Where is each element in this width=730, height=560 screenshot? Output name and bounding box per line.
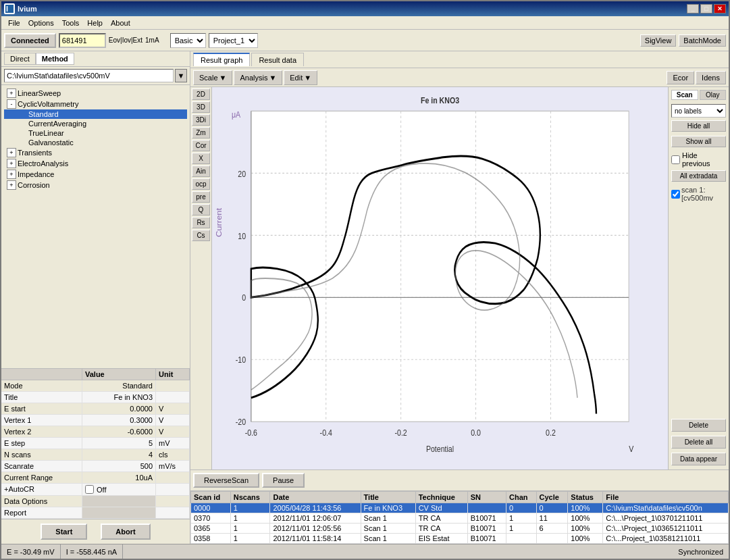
hide-all-button[interactable]: Hide all bbox=[671, 120, 726, 132]
tab-result-graph[interactable]: Result graph bbox=[193, 53, 250, 66]
tree-item-impedance[interactable]: + Impedance bbox=[4, 169, 187, 180]
data-appear-button[interactable]: Data appear bbox=[671, 453, 726, 465]
batchmode-button[interactable]: BatchMode bbox=[679, 34, 726, 47]
reversescan-button[interactable]: ReverseScan bbox=[193, 473, 259, 488]
btn-rs[interactable]: Rs bbox=[192, 217, 210, 228]
btn-zm[interactable]: Zm bbox=[192, 127, 210, 138]
tab-scan[interactable]: Scan bbox=[671, 90, 698, 100]
main-window: I Ivium _ □ ✕ File Options Tools Help Ab… bbox=[0, 0, 730, 560]
svg-text:Potential: Potential bbox=[426, 444, 454, 454]
project-select[interactable]: Project_1 bbox=[209, 33, 258, 48]
param-autocr[interactable]: +AutoCR Off bbox=[1, 484, 190, 496]
analysis-button[interactable]: Analysis ▼ bbox=[234, 70, 282, 85]
svg-text:Fe in KNO3: Fe in KNO3 bbox=[421, 95, 459, 105]
labels-dropdown[interactable]: no labels bbox=[671, 104, 726, 118]
btn-2d[interactable]: 2D bbox=[192, 88, 210, 100]
scale-button[interactable]: Scale ▼ bbox=[193, 70, 232, 85]
btn-ain[interactable]: Ain bbox=[192, 166, 210, 177]
start-button[interactable]: Start bbox=[41, 524, 87, 540]
param-scanrate[interactable]: Scanrate 500 mV/s bbox=[1, 461, 190, 472]
param-title[interactable]: Title Fe in KNO3 bbox=[1, 392, 190, 403]
abort-button[interactable]: Abort bbox=[101, 524, 150, 540]
eov-label: Eov|Iov|Ext bbox=[109, 36, 142, 44]
tab-olay[interactable]: Olay bbox=[700, 90, 727, 100]
scan-olay-tabs: Scan Olay bbox=[671, 90, 726, 100]
bottom-section: ReverseScan Pause Scan id Nscans Date Ti… bbox=[190, 469, 729, 544]
svg-text:0.2: 0.2 bbox=[546, 428, 556, 438]
chart-area[interactable]: Fe in KNO3 Current μA Potential V 20 10 bbox=[212, 87, 668, 469]
param-report[interactable]: Report bbox=[1, 507, 190, 519]
minimize-button[interactable]: _ bbox=[687, 4, 699, 14]
autocr-checkbox[interactable] bbox=[85, 485, 94, 494]
tree-item-linearsweep[interactable]: + LinearSweep bbox=[4, 88, 187, 99]
basic-select[interactable]: Basic bbox=[170, 33, 206, 48]
hide-previous-row: Hide previous bbox=[671, 151, 726, 168]
tab-method[interactable]: Method bbox=[36, 53, 74, 65]
btn-3di[interactable]: 3Di bbox=[192, 114, 210, 126]
all-extradata-button[interactable]: All extradata bbox=[671, 170, 726, 182]
svg-text:0: 0 bbox=[242, 292, 246, 303]
param-estep[interactable]: E step 5 mV bbox=[1, 438, 190, 449]
btn-cor[interactable]: Cor bbox=[192, 140, 210, 151]
param-currentrange[interactable]: Current Range 10uA bbox=[1, 472, 190, 484]
menu-options[interactable]: Options bbox=[24, 18, 58, 28]
tree-item-transients[interactable]: + Transients bbox=[4, 147, 187, 158]
param-estart[interactable]: E start 0.0000 V bbox=[1, 403, 190, 415]
param-dataoptions[interactable]: Data Options bbox=[1, 496, 190, 507]
btn-q[interactable]: Q bbox=[192, 204, 210, 215]
svg-text:-0.6: -0.6 bbox=[245, 428, 258, 438]
ecor-button[interactable]: Ecor bbox=[667, 71, 694, 84]
table-row[interactable]: 0365 1 2012/11/01 12:05:56 Scan 1 TR CA … bbox=[191, 524, 729, 534]
tree-item-galvanostatic[interactable]: Galvanostatic bbox=[4, 138, 187, 147]
hide-previous-checkbox[interactable] bbox=[671, 155, 680, 164]
expand-cyclicvoltammetry[interactable]: - bbox=[7, 99, 16, 109]
tree-item-electroanalysis[interactable]: + ElectroAnalysis bbox=[4, 158, 187, 169]
btn-ocp[interactable]: ocp bbox=[192, 178, 210, 190]
btn-3d[interactable]: 3D bbox=[192, 101, 210, 113]
delete-all-button[interactable]: Delete all bbox=[671, 436, 726, 449]
file-path-dropdown[interactable]: ▼ bbox=[175, 69, 187, 82]
tree-item-corrosion[interactable]: + Corrosion bbox=[4, 180, 187, 190]
menu-file[interactable]: File bbox=[4, 18, 24, 28]
tab-direct[interactable]: Direct bbox=[4, 53, 36, 65]
idens-button[interactable]: Idens bbox=[696, 71, 726, 84]
menu-bar: File Options Tools Help About bbox=[1, 16, 729, 30]
svg-text:0.0: 0.0 bbox=[471, 428, 481, 438]
scan1-checkbox[interactable] bbox=[671, 190, 680, 199]
param-vertex1[interactable]: Vertex 1 0.3000 V bbox=[1, 415, 190, 426]
expand-electroanalysis[interactable]: + bbox=[7, 159, 16, 168]
tree-item-currentaveraging[interactable]: CurrentAveraging bbox=[4, 119, 187, 128]
show-all-button[interactable]: Show all bbox=[671, 136, 726, 147]
param-nscans[interactable]: N scans 4 cls bbox=[1, 449, 190, 461]
connected-button[interactable]: Connected bbox=[4, 33, 56, 48]
table-row[interactable]: 0358 1 2012/11/01 11:58:14 Scan 1 EIS Es… bbox=[191, 534, 729, 544]
col-scanid: Scan id bbox=[191, 492, 231, 503]
maximize-button[interactable]: □ bbox=[700, 4, 712, 14]
btn-pre[interactable]: pre bbox=[192, 191, 210, 203]
col-sn: SN bbox=[467, 492, 506, 503]
table-row[interactable]: 0370 1 2012/11/01 12:06:07 Scan 1 TR CA … bbox=[191, 513, 729, 524]
expand-linearsweep[interactable]: + bbox=[7, 88, 16, 98]
pause-button[interactable]: Pause bbox=[262, 473, 305, 488]
btn-x[interactable]: X bbox=[192, 153, 210, 164]
tree-item-standard[interactable]: Standard bbox=[4, 109, 187, 119]
sigview-button[interactable]: SigView bbox=[640, 34, 677, 47]
expand-corrosion[interactable]: + bbox=[7, 180, 16, 190]
edit-button[interactable]: Edit ▼ bbox=[284, 70, 317, 85]
close-button[interactable]: ✕ bbox=[714, 4, 726, 14]
expand-impedance[interactable]: + bbox=[7, 170, 16, 179]
param-mode[interactable]: Mode Standard bbox=[1, 380, 190, 392]
file-path-input[interactable] bbox=[4, 69, 174, 82]
menu-tools[interactable]: Tools bbox=[58, 18, 84, 28]
voltage-input[interactable] bbox=[59, 33, 106, 48]
param-vertex2[interactable]: Vertex 2 -0.6000 V bbox=[1, 426, 190, 438]
tree-item-cyclicvoltammetry[interactable]: - CyclicVoltammetry bbox=[4, 99, 187, 109]
btn-cs[interactable]: Cs bbox=[192, 230, 210, 241]
tab-result-data[interactable]: Result data bbox=[251, 53, 304, 66]
tree-item-truelinear[interactable]: TrueLinear bbox=[4, 128, 187, 138]
expand-transients[interactable]: + bbox=[7, 148, 16, 157]
menu-about[interactable]: About bbox=[107, 18, 134, 28]
table-row[interactable]: 0000 1 2005/04/28 11:43:56 Fe in KNO3 CV… bbox=[191, 503, 729, 513]
delete-button[interactable]: Delete bbox=[671, 419, 726, 432]
menu-help[interactable]: Help bbox=[83, 18, 107, 28]
